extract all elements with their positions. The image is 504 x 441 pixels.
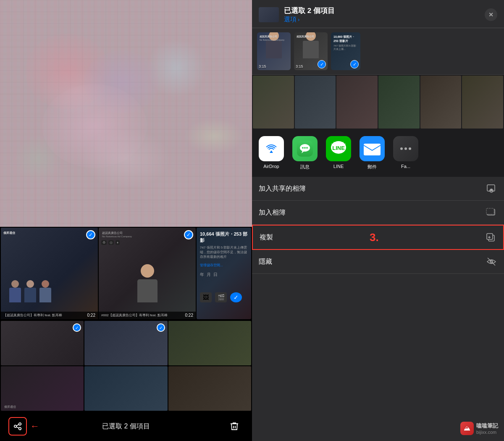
add-album-item[interactable]: 加入相簿: [252, 201, 504, 225]
more-app-item[interactable]: Fa...: [393, 136, 418, 170]
svg-point-8: [306, 147, 308, 149]
preview-time-1: 3:15: [259, 64, 266, 68]
line-icon-img: LINE: [326, 136, 351, 161]
video-cell-2[interactable]: 超認真廣告公司 No Notorious Ad Company ♻ ◎ ♦ #0…: [99, 228, 196, 319]
share-thumb-image: [259, 7, 279, 22]
copy-label: 複製: [260, 233, 273, 242]
share-button[interactable]: [8, 417, 27, 436]
svg-rect-17: [364, 144, 381, 155]
svg-line-15: [343, 142, 343, 144]
video-meta-1: 【超認真廣告公司】有專利 feat. 點耳棒 0:22: [1, 312, 98, 319]
mail-app-item[interactable]: 郵件: [360, 136, 385, 170]
video-time-2: 0:22: [185, 313, 193, 318]
svg-point-18: [400, 147, 403, 150]
share-thumbnail: [259, 7, 279, 22]
airdrop-icon-img: [259, 136, 284, 161]
trash-icon: [229, 421, 239, 431]
share-icon: [13, 422, 22, 431]
video-time-1: 0:22: [87, 313, 95, 318]
brand-mountain-icon: ⛰: [464, 425, 470, 432]
hide-label: 隱藏: [259, 257, 272, 266]
svg-line-33: [488, 258, 495, 265]
line-label: LINE: [333, 164, 344, 169]
step-number-3: 3.: [370, 231, 379, 244]
svg-rect-29: [487, 234, 493, 239]
shared-album-svg: [486, 183, 497, 194]
preview-thumb-3[interactable]: 10,660 張照片・253 部影片 747 張照片和 5 部影片未上傳... …: [331, 32, 360, 70]
share-header-title: 已選取 2 個項目: [284, 6, 335, 16]
preview-thumb-2[interactable]: 超認真廣告公司 3:15 ✓: [294, 32, 328, 70]
brand-logo: ⛰: [460, 422, 474, 435]
airdrop-app-item[interactable]: AirDrop: [259, 136, 284, 170]
share-options-link[interactable]: 選項 ›: [284, 16, 335, 24]
left-toolbar-title: 已選取 2 個項目: [102, 422, 150, 431]
video-cell-3: 10,664 張照片・253 部影 747 張照片和 5 部影片未上傳雲端，您的…: [197, 228, 251, 319]
mosaic-cell-6: [462, 76, 503, 129]
more-symbol: [398, 141, 413, 156]
mosaic-cell-4: [378, 76, 420, 129]
large-video-row: 傑昇通信 【超認真廣告公司】有專利 feat. 點耳棒 0:22 ✓: [0, 227, 252, 319]
svg-point-19: [404, 147, 407, 150]
left-toolbar: ← 已選取 2 個項目: [0, 412, 252, 441]
left-panel: 傑昇通信 【超認真廣告公司】有專利 feat. 點耳棒 0:22 ✓: [0, 0, 252, 441]
small-photo-grid: ✓ ✓ 傑昇通信: [0, 320, 252, 412]
video-check-1[interactable]: ✓: [86, 230, 95, 239]
photo-grid-section: 傑昇通信 【超認真廣告公司】有專利 feat. 點耳棒 0:22 ✓: [0, 227, 252, 441]
copy-icon: [485, 231, 496, 243]
more-label: Fa...: [401, 164, 410, 169]
svg-point-20: [409, 147, 411, 150]
svg-rect-1: [0, 0, 252, 227]
action-list: 加入共享的相簿 加入相簿: [252, 177, 504, 441]
mosaic-area: [252, 75, 504, 129]
right-panel: 已選取 2 個項目 選項 › ✕ 超認真廣告公司 No Notorious Ad…: [252, 0, 504, 441]
options-label: 選項: [284, 16, 297, 24]
svg-text:LINE: LINE: [332, 145, 345, 151]
brand-watermark: ⛰ 嗑嗑筆記 bijixx.com: [460, 422, 498, 435]
mosaic-cell-3: [336, 76, 378, 129]
airdrop-label: AirDrop: [263, 164, 279, 169]
chevron-right-icon: ›: [298, 16, 299, 23]
mail-symbol: [360, 136, 385, 161]
more-icon-img: [393, 136, 418, 161]
svg-point-6: [302, 147, 304, 149]
preview-time-2: 3:15: [296, 64, 303, 68]
add-shared-album-label: 加入共享的相簿: [259, 184, 306, 193]
messages-label: 訊息: [300, 164, 310, 170]
svg-point-7: [304, 147, 306, 149]
airdrop-symbol: [264, 141, 279, 156]
preview-row: 超認真廣告公司 No Notorious Ad Company 3:15 超認真…: [252, 28, 504, 75]
mosaic-cell-2: [295, 76, 336, 129]
share-header-left: 已選取 2 個項目 選項 ›: [259, 6, 335, 24]
line-app-item[interactable]: LINE LINE: [326, 136, 351, 170]
share-header-info: 已選取 2 個項目 選項 ›: [284, 6, 335, 24]
mail-label: 郵件: [368, 164, 377, 170]
share-button-container: ←: [8, 417, 27, 436]
add-album-label: 加入相簿: [259, 208, 286, 217]
video-title-1: 【超認真廣告公司】有專利 feat. 點耳棒: [3, 313, 95, 318]
mosaic-cell-1: [253, 76, 294, 129]
video-check-2[interactable]: ✓: [184, 230, 193, 239]
hide-icon: [486, 256, 497, 268]
preview-check-2: ✓: [318, 60, 326, 68]
copy-svg: [485, 232, 496, 243]
svg-rect-27: [486, 208, 494, 214]
copy-item[interactable]: 複製 3.: [252, 225, 504, 250]
close-button[interactable]: ✕: [485, 8, 497, 21]
share-header: 已選取 2 個項目 選項 › ✕: [252, 0, 504, 28]
pixel-grid: [0, 0, 252, 227]
album-icon: [486, 207, 497, 218]
brand-name: 嗑嗑筆記 bijixx.com: [476, 422, 498, 435]
mosaic-cell-5: [420, 76, 462, 129]
video-cell-1[interactable]: 傑昇通信 【超認真廣告公司】有專利 feat. 點耳棒 0:22 ✓: [1, 228, 98, 319]
messages-icon-img: [292, 136, 318, 161]
messages-app-item[interactable]: 訊息: [292, 136, 318, 170]
mail-icon-img: [360, 136, 385, 161]
line-symbol: LINE: [326, 136, 351, 161]
add-shared-album-item[interactable]: 加入共享的相簿: [252, 177, 504, 201]
preview-thumb-1[interactable]: 超認真廣告公司 No Notorious Ad Company 3:15: [257, 32, 291, 70]
hide-item[interactable]: 隱藏: [252, 250, 504, 274]
preview-check-3: ✓: [350, 60, 359, 68]
delete-button[interactable]: [225, 417, 244, 436]
svg-point-2: [265, 142, 278, 155]
messages-symbol: [297, 141, 313, 157]
